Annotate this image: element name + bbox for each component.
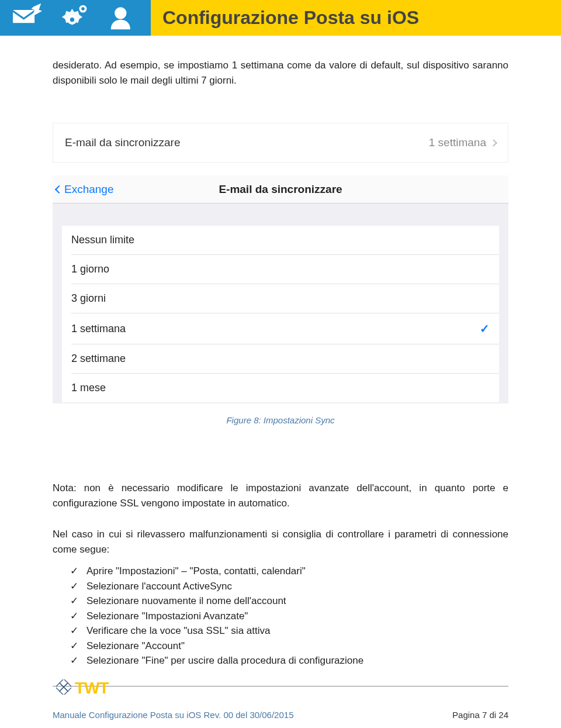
step-item: Aprire "Impostazioni" – "Posta, contatti… [70, 564, 508, 579]
troubleshoot-intro: Nel caso in cui si rilevassero malfunzio… [53, 527, 508, 557]
step-item: Verificare che la voce "usa SSL" sia att… [70, 623, 508, 639]
gear-icon [58, 2, 93, 34]
ios-option-label: 1 settimana [71, 323, 126, 335]
svg-rect-5 [60, 679, 68, 687]
checkmark-icon: ✓ [480, 322, 490, 336]
ios-options-panel: Exchange E-mail da sincronizzare Nessun … [53, 175, 508, 403]
chevron-right-icon [490, 139, 497, 147]
ios-option-label: Nessun limite [71, 234, 134, 246]
mail-icon [11, 2, 46, 34]
figure-caption: Figure 8: Impostazioni Sync [53, 415, 508, 425]
ios-sync-row-label: E-mail da sincronizzare [65, 136, 180, 149]
ios-back-button[interactable]: Exchange [56, 183, 114, 196]
logo: TWT [56, 679, 508, 697]
page-title: Configurazione Posta su iOS [151, 0, 561, 36]
ios-option-label: 3 giorni [71, 292, 106, 305]
intro-paragraph: desiderato. Ad esempio, se impostiamo 1 … [53, 58, 508, 88]
svg-point-4 [115, 7, 126, 19]
svg-rect-7 [64, 683, 71, 691]
ios-option[interactable]: 1 mese [71, 374, 499, 402]
svg-point-3 [81, 7, 85, 11]
steps-list: Aprire "Impostazioni" – "Posta, contatti… [70, 564, 508, 668]
ios-sync-row-value: 1 settimana [429, 136, 486, 149]
svg-rect-6 [56, 683, 64, 691]
ios-option[interactable]: 1 settimana✓ [71, 313, 499, 344]
header-icon-strip [0, 0, 151, 36]
step-item: Selezionare "Impostazioni Avanzate" [70, 609, 508, 624]
logo-text: TWT [75, 680, 109, 696]
step-item: Selezionare "Account" [70, 639, 508, 654]
ios-screen-title: E-mail da sincronizzare [53, 183, 508, 196]
ios-option[interactable]: Nessun limite [71, 226, 499, 255]
ios-option-list: Nessun limite1 giorno3 giorni1 settimana… [62, 226, 499, 402]
svg-rect-8 [60, 687, 68, 695]
svg-point-1 [70, 17, 74, 21]
step-item: Selezionare l'account ActiveSync [70, 579, 508, 594]
chevron-left-icon [55, 185, 63, 193]
page-number: Pagina 7 di 24 [452, 710, 508, 720]
ios-option-label: 2 settimane [71, 353, 126, 365]
ios-option-label: 1 giorno [71, 263, 109, 275]
ios-option-label: 1 mese [71, 382, 106, 394]
user-icon [105, 2, 140, 34]
ios-option[interactable]: 2 settimane [71, 344, 499, 374]
step-item: Selezionare nuovamente il nome dell'acco… [70, 594, 508, 609]
app-header: Configurazione Posta su iOS [0, 0, 561, 36]
twt-logo-icon [56, 679, 71, 697]
page-footer: TWT Manuale Configurazione Posta su iOS … [53, 679, 508, 720]
ios-option[interactable]: 1 giorno [71, 255, 499, 284]
doc-reference: Manuale Configurazione Posta su iOS Rev.… [53, 710, 294, 720]
ios-option[interactable]: 3 giorni [71, 284, 499, 313]
ios-back-label: Exchange [64, 183, 114, 196]
note-paragraph: Nota: non è necessario modificare le imp… [53, 481, 508, 510]
ios-sync-row[interactable]: E-mail da sincronizzare 1 settimana [53, 123, 508, 163]
step-item: Selezionare "Fine" per uscire dalla proc… [70, 653, 508, 668]
ios-navbar: Exchange E-mail da sincronizzare [53, 175, 508, 203]
